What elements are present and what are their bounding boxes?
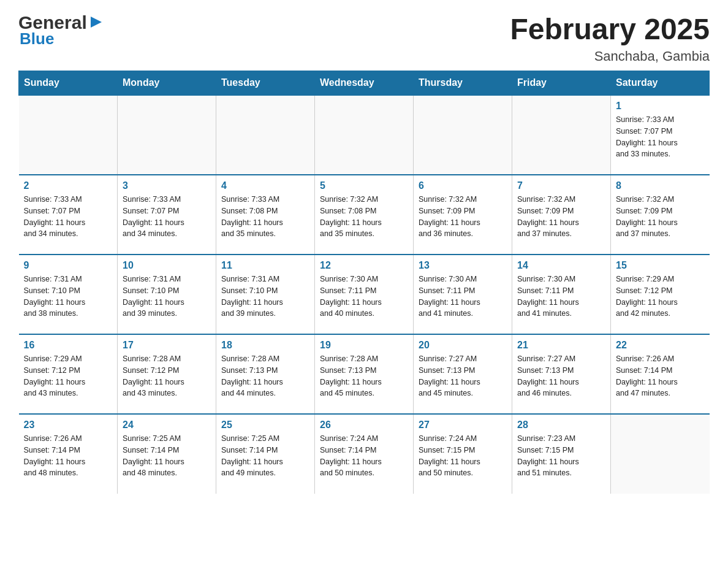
day-number: 2 [24,180,113,191]
day-number: 28 [517,419,605,431]
day-info: Sunrise: 7:24 AM Sunset: 7:14 PM Dayligh… [320,433,408,479]
day-number: 14 [517,260,605,271]
day-info: Sunrise: 7:33 AM Sunset: 7:07 PM Dayligh… [24,194,113,240]
day-info: Sunrise: 7:31 AM Sunset: 7:10 PM Dayligh… [221,274,309,320]
day-info: Sunrise: 7:31 AM Sunset: 7:10 PM Dayligh… [123,274,211,320]
day-number: 10 [123,260,211,271]
day-number: 3 [123,180,211,191]
calendar-cell: 21Sunrise: 7:27 AM Sunset: 7:13 PM Dayli… [512,334,611,414]
day-number: 26 [320,419,408,431]
calendar-cell: 13Sunrise: 7:30 AM Sunset: 7:11 PM Dayli… [414,255,512,334]
calendar-cell: 26Sunrise: 7:24 AM Sunset: 7:14 PM Dayli… [315,414,414,494]
day-info: Sunrise: 7:25 AM Sunset: 7:14 PM Dayligh… [123,433,211,479]
day-info: Sunrise: 7:30 AM Sunset: 7:11 PM Dayligh… [517,274,605,320]
day-number: 5 [320,180,408,191]
calendar-subtitle: Sanchaba, Gambia [510,48,710,64]
calendar-cell: 4Sunrise: 7:33 AM Sunset: 7:08 PM Daylig… [216,175,315,255]
calendar-cell [118,95,216,175]
calendar-cell: 5Sunrise: 7:32 AM Sunset: 7:08 PM Daylig… [315,175,414,255]
day-number: 20 [419,340,507,351]
day-info: Sunrise: 7:28 AM Sunset: 7:12 PM Dayligh… [123,353,211,399]
day-info: Sunrise: 7:26 AM Sunset: 7:14 PM Dayligh… [24,433,113,479]
header-monday: Monday [118,71,216,96]
day-info: Sunrise: 7:32 AM Sunset: 7:08 PM Dayligh… [320,194,408,240]
calendar-cell: 1Sunrise: 7:33 AM Sunset: 7:07 PM Daylig… [611,95,710,175]
calendar-table: Sunday Monday Tuesday Wednesday Thursday… [18,71,710,494]
day-info: Sunrise: 7:26 AM Sunset: 7:14 PM Dayligh… [616,353,705,399]
header-thursday: Thursday [414,71,512,96]
day-number: 6 [419,180,507,191]
calendar-week-2: 2Sunrise: 7:33 AM Sunset: 7:07 PM Daylig… [19,175,710,255]
day-number: 18 [221,340,309,351]
day-info: Sunrise: 7:24 AM Sunset: 7:15 PM Dayligh… [419,433,507,479]
logo-blue-text: Blue [20,29,54,48]
calendar-cell: 20Sunrise: 7:27 AM Sunset: 7:13 PM Dayli… [414,334,512,414]
calendar-cell: 16Sunrise: 7:29 AM Sunset: 7:12 PM Dayli… [19,334,118,414]
day-info: Sunrise: 7:28 AM Sunset: 7:13 PM Dayligh… [221,353,309,399]
calendar-cell [512,95,611,175]
day-number: 9 [24,260,113,271]
day-info: Sunrise: 7:32 AM Sunset: 7:09 PM Dayligh… [517,194,605,240]
calendar-cell: 10Sunrise: 7:31 AM Sunset: 7:10 PM Dayli… [118,255,216,334]
calendar-cell: 12Sunrise: 7:30 AM Sunset: 7:11 PM Dayli… [315,255,414,334]
calendar-week-4: 16Sunrise: 7:29 AM Sunset: 7:12 PM Dayli… [19,334,710,414]
day-info: Sunrise: 7:29 AM Sunset: 7:12 PM Dayligh… [616,274,705,320]
calendar-cell: 15Sunrise: 7:29 AM Sunset: 7:12 PM Dayli… [611,255,710,334]
day-number: 24 [123,419,211,431]
calendar-cell [315,95,414,175]
calendar-cell: 9Sunrise: 7:31 AM Sunset: 7:10 PM Daylig… [19,255,118,334]
calendar-cell: 19Sunrise: 7:28 AM Sunset: 7:13 PM Dayli… [315,334,414,414]
day-number: 17 [123,340,211,351]
calendar-cell [414,95,512,175]
day-number: 7 [517,180,605,191]
day-info: Sunrise: 7:28 AM Sunset: 7:13 PM Dayligh… [320,353,408,399]
calendar-header: Sunday Monday Tuesday Wednesday Thursday… [19,71,710,96]
day-number: 11 [221,260,309,271]
day-number: 15 [616,260,705,271]
day-number: 25 [221,419,309,431]
calendar-cell: 11Sunrise: 7:31 AM Sunset: 7:10 PM Dayli… [216,255,315,334]
day-number: 27 [419,419,507,431]
day-number: 8 [616,180,705,191]
calendar-cell: 24Sunrise: 7:25 AM Sunset: 7:14 PM Dayli… [118,414,216,494]
day-number: 1 [616,101,705,112]
calendar-cell: 18Sunrise: 7:28 AM Sunset: 7:13 PM Dayli… [216,334,315,414]
calendar-title: February 2025 [510,12,710,46]
calendar-cell: 25Sunrise: 7:25 AM Sunset: 7:14 PM Dayli… [216,414,315,494]
day-info: Sunrise: 7:32 AM Sunset: 7:09 PM Dayligh… [419,194,507,240]
day-number: 19 [320,340,408,351]
header-row: Sunday Monday Tuesday Wednesday Thursday… [19,71,710,96]
calendar-cell: 23Sunrise: 7:26 AM Sunset: 7:14 PM Dayli… [19,414,118,494]
calendar-week-3: 9Sunrise: 7:31 AM Sunset: 7:10 PM Daylig… [19,255,710,334]
day-info: Sunrise: 7:27 AM Sunset: 7:13 PM Dayligh… [517,353,605,399]
calendar-cell: 22Sunrise: 7:26 AM Sunset: 7:14 PM Dayli… [611,334,710,414]
day-info: Sunrise: 7:30 AM Sunset: 7:11 PM Dayligh… [320,274,408,320]
day-info: Sunrise: 7:33 AM Sunset: 7:08 PM Dayligh… [221,194,309,240]
day-info: Sunrise: 7:25 AM Sunset: 7:14 PM Dayligh… [221,433,309,479]
day-info: Sunrise: 7:30 AM Sunset: 7:11 PM Dayligh… [419,274,507,320]
title-area: February 2025 Sanchaba, Gambia [510,12,710,64]
calendar-cell: 28Sunrise: 7:23 AM Sunset: 7:15 PM Dayli… [512,414,611,494]
page-header: General Blue February 2025 Sanchaba, Gam… [18,12,710,64]
day-info: Sunrise: 7:31 AM Sunset: 7:10 PM Dayligh… [24,274,113,320]
svg-marker-0 [91,17,102,28]
calendar-week-5: 23Sunrise: 7:26 AM Sunset: 7:14 PM Dayli… [19,414,710,494]
day-info: Sunrise: 7:23 AM Sunset: 7:15 PM Dayligh… [517,433,605,479]
header-tuesday: Tuesday [216,71,315,96]
header-sunday: Sunday [19,71,118,96]
day-number: 12 [320,260,408,271]
day-info: Sunrise: 7:32 AM Sunset: 7:09 PM Dayligh… [616,194,705,240]
calendar-cell: 8Sunrise: 7:32 AM Sunset: 7:09 PM Daylig… [611,175,710,255]
day-info: Sunrise: 7:27 AM Sunset: 7:13 PM Dayligh… [419,353,507,399]
calendar-cell: 14Sunrise: 7:30 AM Sunset: 7:11 PM Dayli… [512,255,611,334]
header-saturday: Saturday [611,71,710,96]
day-number: 21 [517,340,605,351]
calendar-body: 1Sunrise: 7:33 AM Sunset: 7:07 PM Daylig… [19,95,710,494]
header-wednesday: Wednesday [315,71,414,96]
calendar-cell: 6Sunrise: 7:32 AM Sunset: 7:09 PM Daylig… [414,175,512,255]
day-info: Sunrise: 7:29 AM Sunset: 7:12 PM Dayligh… [24,353,113,399]
header-friday: Friday [512,71,611,96]
calendar-cell: 3Sunrise: 7:33 AM Sunset: 7:07 PM Daylig… [118,175,216,255]
calendar-cell: 27Sunrise: 7:24 AM Sunset: 7:15 PM Dayli… [414,414,512,494]
calendar-cell: 17Sunrise: 7:28 AM Sunset: 7:12 PM Dayli… [118,334,216,414]
